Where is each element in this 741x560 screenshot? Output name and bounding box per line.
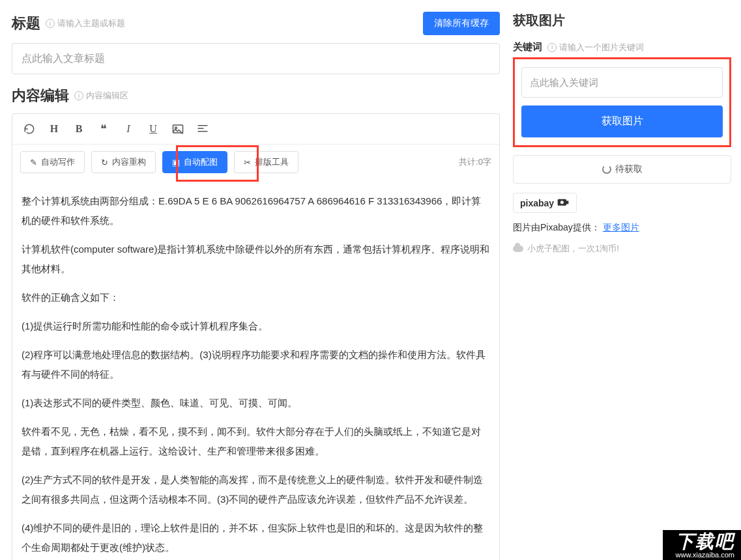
- get-image-button[interactable]: 获取图片: [521, 105, 723, 137]
- info-icon: i: [46, 19, 55, 28]
- svg-point-1: [175, 127, 177, 129]
- highlight-box-sidebar: 获取图片: [513, 57, 731, 147]
- content-rebuild-button[interactable]: ↻ 内容重构: [91, 151, 156, 173]
- get-image-title: 获取图片: [513, 12, 731, 29]
- insert-image-icon[interactable]: [171, 124, 184, 134]
- editor-box: H B ❝ I U ✎ 自动写作 ↻ 内容重构: [12, 113, 500, 560]
- watermark: 下载吧 www.xiazaiba.com: [663, 530, 741, 560]
- auto-write-button[interactable]: ✎ 自动写作: [20, 151, 85, 173]
- layout-tool-button[interactable]: ✂ 排版工具: [234, 151, 298, 173]
- title-hint: i 请输入主题或标题: [46, 18, 125, 29]
- tools-icon: ✂: [244, 158, 251, 167]
- undo-icon[interactable]: [23, 123, 36, 135]
- title-section-header: 标题 i 请输入主题或标题 清除所有缓存: [12, 12, 500, 35]
- content-paragraph: (2)程序可以满意地处理信息的数据结构。(3)说明程序功能要求和程序需要的文档的…: [22, 345, 490, 384]
- word-count: 共计:0字: [459, 156, 491, 168]
- cloud-icon: [513, 245, 523, 252]
- watermark-logo: 下载吧: [676, 533, 734, 551]
- heading-button[interactable]: H: [48, 123, 61, 135]
- content-section-header: 内容编辑 i 内容编辑区: [12, 86, 500, 105]
- pencil-icon: ✎: [30, 158, 37, 167]
- keyword-label: 关键词: [513, 41, 542, 53]
- editor-content[interactable]: 整个计算机系统由两部分组成：E.69DA 5 E 6 BA 9062616964…: [12, 180, 499, 560]
- underline-button[interactable]: U: [147, 123, 160, 135]
- info-icon: i: [74, 91, 83, 100]
- bold-button[interactable]: B: [72, 123, 85, 135]
- content-edit-label: 内容编辑: [12, 86, 69, 105]
- align-left-icon[interactable]: [196, 124, 209, 133]
- content-edit-hint: i 内容编辑区: [74, 90, 128, 102]
- content-paragraph: 软件看不见，无色，枯燥，看不见，摸不到，闻不到。软件大部分存在于人们的头脑或纸上…: [22, 422, 490, 461]
- content-paragraph: (1)表达形式不同的硬件类型、颜色、味道、可见、可摸、可闻。: [22, 393, 490, 413]
- tip-row: 小虎子配图，一次1淘币!: [513, 243, 731, 255]
- content-paragraph: 软件的正确含义如下：: [22, 288, 490, 307]
- refresh-icon: ↻: [101, 158, 108, 167]
- content-paragraph: 计算机软件(computer software)是指计算机系统中除硬件以外的所有…: [22, 240, 490, 279]
- image-credit: 图片由Pixabay提供： 更多图片: [513, 222, 731, 234]
- content-paragraph: (4)维护不同的硬件是旧的，理论上软件是旧的，并不坏，但实际上软件也是旧的和坏的…: [22, 518, 490, 557]
- keyword-label-row: 关键词 i 请输入一个图片关键词: [513, 41, 731, 53]
- italic-button[interactable]: I: [122, 123, 135, 135]
- quote-button[interactable]: ❝: [97, 122, 110, 136]
- svg-point-6: [560, 201, 564, 204]
- auto-image-button[interactable]: ▣ 自动配图: [162, 151, 227, 173]
- content-paragraph: 整个计算机系统由两部分组成：E.69DA 5 E 6 BA 9062616964…: [22, 191, 490, 231]
- info-icon: i: [547, 43, 557, 52]
- format-toolbar: H B ❝ I U: [12, 114, 499, 145]
- content-paragraph: (1)提供运行时所需功能和性能的命令或计算机程序集合。: [22, 316, 490, 336]
- watermark-url: www.xiazaiba.com: [676, 551, 734, 559]
- pending-status: 待获取: [513, 155, 731, 184]
- content-paragraph: (2)生产方式不同的软件是开发，是人类智能的高发挥，而不是传统意义上的硬件制造。…: [22, 470, 490, 509]
- article-title-input[interactable]: [12, 43, 500, 74]
- action-toolbar: ✎ 自动写作 ↻ 内容重构 ▣ 自动配图 ✂ 排版工具 共计:0字: [12, 145, 499, 180]
- svg-rect-7: [566, 201, 568, 204]
- clear-cache-button[interactable]: 清除所有缓存: [423, 12, 500, 35]
- camera-icon: [557, 197, 570, 208]
- sidebar-panel: 获取图片 关键词 i 请输入一个图片关键词 获取图片 待获取 pixabay 图…: [513, 0, 741, 560]
- image-icon: ▣: [172, 158, 180, 167]
- keyword-hint: i 请输入一个图片关键词: [547, 42, 644, 53]
- title-label: 标题: [12, 14, 40, 33]
- keyword-input[interactable]: [521, 67, 723, 98]
- spinner-icon: [602, 165, 611, 174]
- main-panel: 标题 i 请输入主题或标题 清除所有缓存 内容编辑 i 内容编辑区: [0, 0, 513, 560]
- pixabay-logo: pixabay: [513, 193, 577, 213]
- more-images-link[interactable]: 更多图片: [603, 222, 639, 232]
